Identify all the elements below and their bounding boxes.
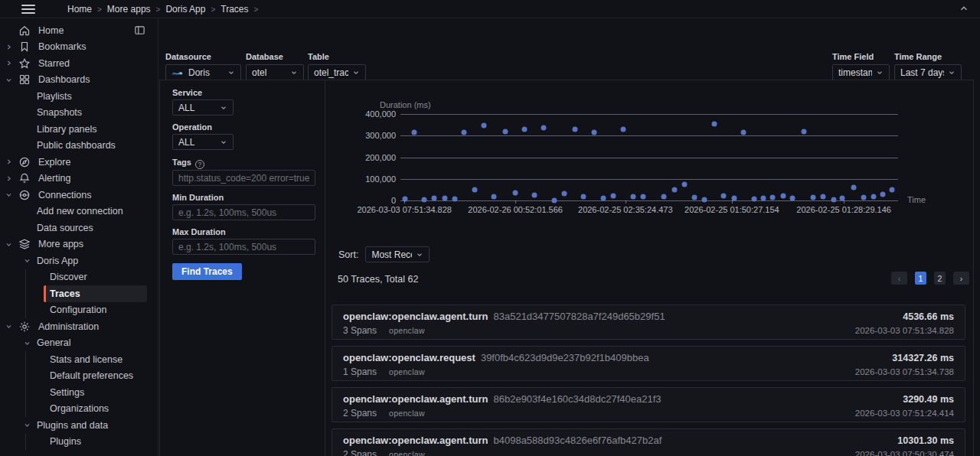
service-select[interactable]: ALL — [172, 99, 234, 116]
scatter-point[interactable] — [810, 195, 815, 200]
chevron-down-icon[interactable] — [5, 323, 12, 330]
chevron-down-icon[interactable] — [23, 257, 31, 264]
scatter-point[interactable] — [630, 194, 635, 200]
sidebar-item-playlists[interactable]: Playlists — [0, 88, 158, 105]
scatter-point[interactable] — [661, 194, 666, 199]
pagination-prev-button[interactable]: ‹ — [891, 272, 907, 285]
chevron-down-icon[interactable] — [23, 340, 31, 347]
scatter-point[interactable] — [581, 194, 586, 199]
scatter-point[interactable] — [780, 194, 786, 199]
time-range-select[interactable]: Last 7 days — [894, 64, 962, 80]
time-field-select[interactable]: timestamp — [832, 64, 890, 80]
sidebar-item-doris-app[interactable]: Doris App — [0, 252, 158, 269]
chevron-down-icon[interactable] — [5, 191, 12, 198]
trace-list-item[interactable]: openclaw:openclaw.request39f0fb4c623d9d9… — [332, 346, 965, 381]
min-duration-input[interactable] — [178, 207, 309, 218]
menu-icon[interactable] — [21, 5, 35, 14]
scatter-point[interactable] — [521, 126, 527, 132]
sidebar-item-stats-and-license[interactable]: Stats and license — [0, 351, 158, 368]
scatter-point[interactable] — [681, 182, 687, 187]
chevron-right-icon[interactable] — [5, 158, 12, 165]
scatter-point[interactable] — [573, 126, 578, 132]
sidebar-item-home[interactable]: Home — [0, 22, 158, 39]
scatter-point[interactable] — [851, 184, 857, 190]
scatter-point[interactable] — [889, 187, 894, 193]
scatter-point[interactable] — [820, 194, 825, 199]
sort-select[interactable]: Most Recent — [365, 246, 430, 262]
scatter-point[interactable] — [720, 193, 726, 198]
sidebar-item-starred[interactable]: Starred — [0, 55, 158, 72]
scatter-point[interactable] — [621, 126, 626, 132]
sidebar-item-discover[interactable]: Discover — [0, 269, 158, 286]
scatter-point[interactable] — [541, 125, 547, 131]
scatter-point[interactable] — [871, 194, 876, 199]
scatter-point[interactable] — [472, 187, 477, 192]
scatter-point[interactable] — [512, 191, 518, 196]
sidebar-item-plugins[interactable]: Plugins — [0, 434, 158, 451]
scatter-point[interactable] — [770, 195, 776, 200]
scatter-point[interactable] — [760, 195, 766, 200]
scatter-point[interactable] — [492, 194, 497, 200]
sidebar-item-traces[interactable]: Traces — [0, 285, 158, 302]
scatter-point[interactable] — [462, 130, 467, 135]
chevron-up-icon[interactable] — [959, 3, 969, 16]
scatter-point[interactable] — [701, 197, 707, 202]
scatter-point[interactable] — [610, 194, 616, 199]
help-icon[interactable]: ? — [195, 160, 204, 169]
chevron-right-icon[interactable] — [5, 60, 12, 67]
scatter-point[interactable] — [831, 197, 836, 203]
trace-list-item[interactable]: openclaw:openclaw.agent.turnb4098a588d93… — [332, 428, 965, 456]
scatter-point[interactable] — [861, 195, 866, 200]
sidebar-item-settings[interactable]: Settings — [0, 384, 158, 401]
scatter-point[interactable] — [531, 192, 537, 197]
scatter-point[interactable] — [481, 122, 486, 128]
breadcrumb-item-traces[interactable]: Traces — [220, 4, 248, 15]
scatter-point[interactable] — [422, 197, 427, 202]
sidebar-item-plugins-and-data[interactable]: Plugins and data — [0, 417, 158, 434]
scatter-point[interactable] — [751, 197, 756, 202]
sidebar-item-bookmarks[interactable]: Bookmarks — [0, 39, 158, 56]
breadcrumb-item-doris-app[interactable]: Doris App — [165, 4, 205, 15]
scatter-point[interactable] — [740, 130, 746, 135]
scatter-point[interactable] — [452, 196, 457, 201]
scatter-point[interactable] — [711, 121, 717, 126]
scatter-point[interactable] — [551, 197, 557, 203]
scatter-point[interactable] — [432, 195, 437, 200]
scatter-point[interactable] — [691, 195, 697, 200]
chevron-down-icon[interactable] — [5, 77, 12, 83]
scatter-point[interactable] — [561, 191, 567, 196]
table-select[interactable]: otel_traces — [308, 64, 366, 80]
scatter-point[interactable] — [880, 192, 885, 197]
sidebar-item-explore[interactable]: Explore — [0, 154, 158, 171]
sidebar-item-add-new-connection[interactable]: Add new connection — [0, 204, 158, 220]
chart-plot-area[interactable] — [400, 114, 898, 200]
sidebar-item-connections[interactable]: Connections — [0, 187, 158, 204]
operation-select[interactable]: ALL — [172, 134, 234, 150]
sidebar-item-alerting[interactable]: Alerting — [0, 171, 158, 187]
sidebar-item-administration[interactable]: Administration — [0, 318, 158, 335]
pagination-page-1[interactable]: 1 — [915, 272, 926, 285]
scatter-point[interactable] — [600, 195, 606, 200]
chevron-down-icon[interactable] — [23, 422, 31, 428]
sidebar-item-data-sources[interactable]: Data sources — [0, 220, 158, 236]
scatter-point[interactable] — [640, 194, 645, 200]
scatter-point[interactable] — [672, 187, 678, 193]
sidebar-item-organizations[interactable]: Organizations — [0, 401, 158, 418]
database-select[interactable]: otel — [246, 64, 304, 80]
scatter-point[interactable] — [412, 130, 417, 135]
find-traces-button[interactable]: Find Traces — [172, 263, 242, 280]
sidebar-item-configuration[interactable]: Configuration — [0, 302, 158, 319]
scatter-point[interactable] — [801, 129, 806, 135]
breadcrumb-item-home[interactable]: Home — [67, 4, 92, 15]
sidebar-item-snapshots[interactable]: Snapshots — [0, 105, 158, 122]
sidebar-item-default-preferences[interactable]: Default preferences — [0, 368, 158, 385]
pagination-page-2[interactable]: 2 — [934, 272, 946, 285]
scatter-point[interactable] — [502, 129, 508, 134]
sidebar-item-dashboards[interactable]: Dashboards — [0, 72, 158, 89]
scatter-point[interactable] — [442, 195, 447, 200]
sidebar-item-general[interactable]: General — [0, 335, 158, 352]
breadcrumb-item-more-apps[interactable]: More apps — [107, 4, 151, 15]
scatter-point[interactable] — [591, 130, 596, 135]
scatter-point[interactable] — [790, 195, 795, 200]
tags-input[interactable] — [178, 173, 309, 184]
